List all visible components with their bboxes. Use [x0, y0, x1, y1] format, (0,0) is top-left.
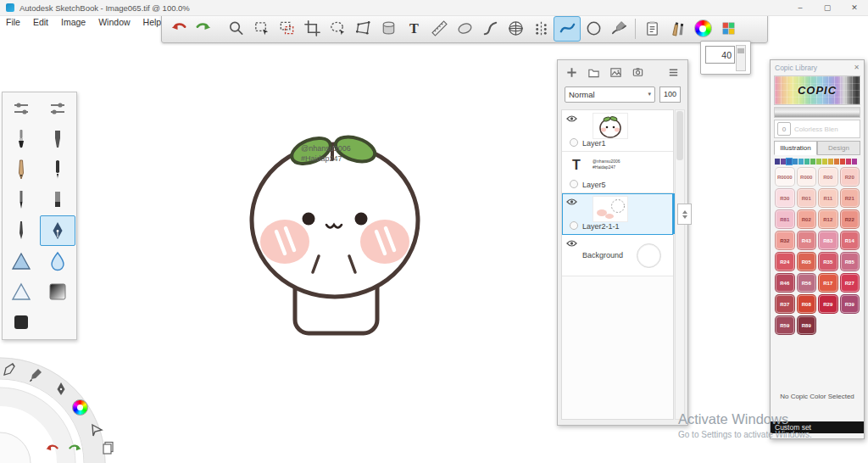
lagoon-layers-button[interactable] — [101, 440, 116, 455]
copic-swatch-R17[interactable]: R17 — [818, 273, 838, 293]
hue-swatch[interactable] — [822, 159, 827, 165]
layer-opacity-field[interactable]: 100 — [659, 86, 681, 103]
brush-eraser-square[interactable] — [3, 307, 40, 337]
layer-marker-dot[interactable] — [570, 138, 578, 147]
copic-swatch-R11[interactable]: R11 — [818, 188, 838, 208]
distort-button[interactable] — [350, 17, 376, 41]
hue-swatch[interactable] — [810, 159, 815, 165]
layer-marker-dot[interactable] — [570, 180, 578, 188]
copic-swatch-R08[interactable]: R08 — [797, 294, 817, 314]
predictive-stroke-button[interactable] — [606, 17, 632, 41]
add-layer-icon[interactable] — [565, 66, 578, 79]
hue-swatch[interactable] — [828, 159, 833, 165]
hue-swatch[interactable] — [816, 159, 821, 165]
copic-swatch-R29[interactable]: R29 — [818, 294, 838, 314]
tab-illustration[interactable]: Illustration — [774, 141, 817, 155]
copic-swatch-R21[interactable]: R21 — [840, 188, 860, 208]
copic-swatches-button[interactable] — [715, 17, 741, 41]
ellipse-guide-button[interactable] — [452, 17, 477, 41]
maximize-button[interactable]: ▢ — [814, 0, 841, 15]
lagoon-undo-button[interactable] — [44, 442, 59, 457]
hue-swatch[interactable] — [846, 159, 851, 165]
blend-mode-select[interactable]: Normal ▾ — [565, 86, 655, 103]
symmetry-button[interactable] — [528, 17, 554, 41]
custom-set-bar[interactable]: Custom set — [771, 421, 864, 433]
brush-pencil[interactable] — [3, 154, 40, 185]
hue-swatch[interactable] — [793, 159, 798, 165]
stroke-style-button[interactable] — [554, 16, 581, 42]
layer-row-layer2-1-1[interactable]: Layer2-1-1 — [562, 193, 673, 235]
lagoon-cursor-button[interactable] — [89, 422, 104, 438]
layer-row-layer1[interactable]: Layer1 — [562, 110, 673, 152]
ruler-button[interactable] — [426, 17, 452, 41]
menu-file[interactable]: File — [6, 17, 20, 27]
copic-swatch-R32[interactable]: R32 — [775, 231, 795, 250]
stepper-up-icon[interactable] — [682, 210, 687, 214]
layers-menu-icon[interactable] — [667, 66, 680, 79]
layer-visibility-icon[interactable] — [566, 239, 577, 248]
close-icon[interactable]: ✕ — [854, 64, 860, 71]
copic-swatch-R24[interactable]: R24 — [775, 252, 795, 271]
brush-ballpoint[interactable] — [3, 215, 40, 246]
hue-swatch[interactable] — [787, 159, 792, 165]
brush-water-drop[interactable] — [40, 246, 76, 276]
copic-swatch-R12[interactable]: R12 — [818, 209, 838, 229]
fill-button[interactable] — [376, 17, 401, 41]
tab-design[interactable]: Design — [817, 141, 860, 155]
undo-button[interactable] — [165, 17, 191, 41]
color-wheel-button[interactable] — [690, 17, 715, 41]
camera-icon[interactable] — [632, 66, 644, 79]
brush-fine-pen[interactable] — [3, 185, 40, 215]
menu-help[interactable]: Help — [143, 17, 162, 27]
lagoon-pen-button[interactable] — [53, 381, 69, 396]
layer-row-layer5[interactable]: T @nhansu2006 #Haidap247 Layer5 — [562, 152, 673, 193]
crop-button[interactable] — [299, 17, 325, 41]
perspective-button[interactable] — [503, 17, 528, 41]
select-rect-button[interactable] — [248, 17, 274, 41]
copic-swatch-R01[interactable]: R01 — [797, 188, 817, 208]
lagoon-brush-button[interactable] — [28, 367, 43, 382]
hue-swatch[interactable] — [852, 159, 857, 165]
hue-swatch[interactable] — [834, 159, 839, 165]
layers-scrollbar[interactable] — [675, 109, 685, 420]
text-tool-button[interactable]: T — [401, 17, 426, 41]
brush-settings-button-2[interactable] — [40, 93, 76, 124]
stepper-down-icon[interactable] — [682, 215, 687, 219]
copic-swatch-R20[interactable]: R20 — [840, 167, 860, 187]
brush-round[interactable] — [40, 154, 76, 185]
brush-fountain-pen[interactable] — [40, 215, 76, 246]
hue-swatch[interactable] — [775, 159, 780, 165]
copic-swatch-R81[interactable]: R81 — [775, 209, 795, 229]
layer-visibility-icon[interactable] — [566, 114, 577, 123]
layers-scrollbar-thumb[interactable] — [676, 111, 683, 160]
background-color-swatch[interactable] — [637, 243, 661, 268]
lasso-button[interactable] — [325, 17, 350, 41]
menu-edit[interactable]: Edit — [33, 17, 48, 27]
lagoon-color-button[interactable] — [72, 399, 88, 416]
layer-marker-dot[interactable] — [570, 221, 578, 230]
copic-swatch-R0000[interactable]: R0000 — [775, 167, 795, 187]
layer-visibility-icon[interactable] — [566, 198, 577, 206]
copic-swatch-R83[interactable]: R83 — [818, 231, 838, 250]
brush-size-input[interactable]: 40 — [705, 46, 735, 64]
copic-swatch-R35[interactable]: R35 — [818, 252, 838, 271]
brush-flat-marker[interactable] — [40, 185, 76, 215]
minimize-button[interactable]: – — [787, 0, 814, 15]
lagoon-redo-button[interactable] — [68, 442, 83, 457]
brush-settings-button-1[interactable] — [3, 93, 40, 124]
copic-swatch-R39[interactable]: R39 — [840, 294, 860, 314]
hue-swatch[interactable] — [804, 159, 810, 165]
copic-swatch-R02[interactable]: R02 — [797, 209, 817, 229]
circle-guide-button[interactable] — [581, 17, 606, 41]
close-button[interactable]: ✕ — [841, 0, 868, 15]
menu-window[interactable]: Window — [98, 17, 130, 27]
brush-gradient-square[interactable] — [40, 276, 76, 307]
copic-swatch-R14[interactable]: R14 — [840, 231, 860, 250]
redo-button[interactable] — [191, 17, 216, 41]
brush-size-slider-thumb[interactable] — [737, 48, 744, 53]
copic-swatch-R89[interactable]: R89 — [797, 315, 817, 335]
layer-stepper[interactable] — [677, 204, 692, 225]
hue-swatch[interactable] — [840, 159, 845, 165]
french-curve-button[interactable] — [477, 17, 503, 41]
select-magic-button[interactable] — [274, 17, 299, 41]
